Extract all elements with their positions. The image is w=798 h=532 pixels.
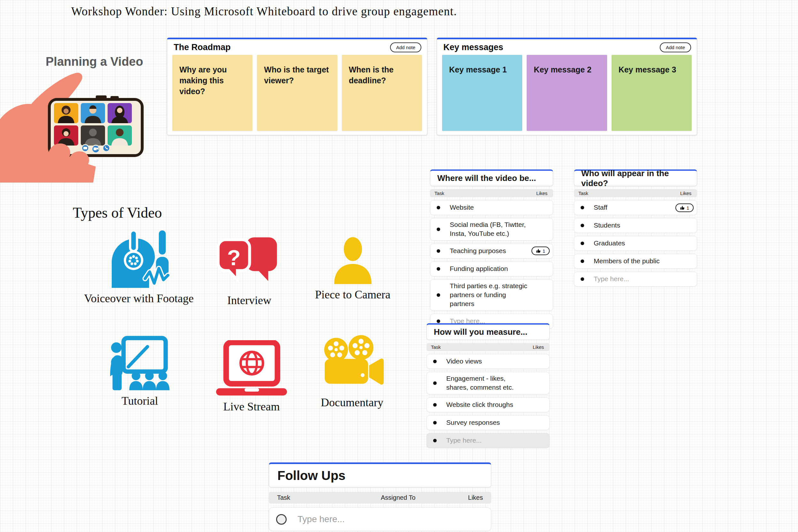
task-list-header: Task Likes: [426, 343, 550, 351]
types-of-video-label: Types of Video: [73, 204, 162, 221]
bullet-icon: [581, 242, 584, 245]
roadmap-panel[interactable]: The Roadmap Add note Why are you making …: [167, 38, 428, 135]
whiteboard-canvas[interactable]: Workshop Wonder: Using Microsoft Whitebo…: [0, 0, 798, 532]
roadmap-add-note-button[interactable]: Add note: [390, 42, 421, 52]
task-row[interactable]: Staff 1: [574, 200, 697, 215]
column-assigned-to: Assigned To: [381, 494, 461, 501]
like-button[interactable]: 1: [676, 203, 694, 212]
bullet-icon: [581, 277, 584, 281]
task-row[interactable]: Website: [430, 200, 553, 215]
bullet-icon: [581, 206, 584, 209]
person-bust-icon: [331, 236, 375, 284]
follow-ups-panel[interactable]: Follow Ups Task Assigned To Likes Type h…: [269, 462, 491, 531]
task-list-title: How will you measure...: [426, 323, 550, 340]
sticky-note[interactable]: Key message 1: [442, 55, 522, 131]
bullet-icon: [433, 439, 437, 442]
task-row[interactable]: Video views: [426, 354, 550, 369]
type-piece-to-camera[interactable]: Piece to Camera: [313, 236, 393, 301]
measure-task-list[interactable]: How will you measure... Task Likes Video…: [426, 323, 550, 448]
svg-text:?: ?: [227, 245, 240, 270]
type-tutorial[interactable]: Tutorial: [101, 335, 178, 407]
checkbox-circle-icon[interactable]: [276, 514, 287, 525]
task-input-row[interactable]: Type here...: [269, 508, 491, 531]
column-task: Task: [434, 191, 444, 196]
bullet-icon: [437, 228, 440, 231]
task-row[interactable]: Members of the public: [574, 254, 697, 269]
call-tile-6: [108, 126, 132, 146]
sticky-note[interactable]: Key message 2: [527, 55, 607, 131]
type-live-stream[interactable]: Live Stream: [207, 340, 296, 413]
bullet-icon: [581, 224, 584, 227]
sticky-note[interactable]: Key message 3: [612, 55, 692, 131]
who-appear-task-list[interactable]: Who will appear in the video? Task Likes…: [574, 169, 697, 287]
bullet-icon: [437, 206, 440, 209]
type-documentary[interactable]: Documentary: [309, 335, 395, 409]
bullet-icon: [437, 267, 440, 271]
column-likes: Likes: [536, 191, 547, 196]
presenter-board-icon: [108, 335, 171, 390]
bullet-icon: [437, 293, 440, 297]
task-list-title: Where will the video be...: [430, 169, 553, 186]
voiceover-icon: [106, 230, 172, 288]
where-video-task-list[interactable]: Where will the video be... Task Likes We…: [430, 169, 553, 329]
task-row[interactable]: Teaching purposes 1: [430, 244, 553, 259]
type-label: Live Stream: [207, 400, 296, 413]
key-messages-add-note-button[interactable]: Add note: [660, 42, 691, 52]
board-title: Workshop Wonder: Using Microsoft Whitebo…: [71, 4, 457, 18]
bullet-icon: [433, 381, 437, 385]
task-row[interactable]: Students: [574, 218, 697, 233]
column-task: Task: [431, 344, 441, 350]
bullet-icon: [433, 403, 437, 406]
call-tile-1: [54, 103, 78, 123]
call-tile-2: [81, 103, 105, 123]
call-tile-4: [54, 126, 78, 146]
follow-ups-title: Follow Ups: [269, 462, 491, 487]
call-controls-icons: [82, 145, 110, 153]
task-row[interactable]: Graduates: [574, 236, 697, 251]
column-likes: Likes: [533, 344, 544, 350]
follow-ups-header: Task Assigned To Likes: [269, 492, 491, 504]
column-task: Task: [277, 494, 381, 501]
type-label: Tutorial: [101, 394, 178, 407]
task-list-header: Task Likes: [574, 189, 697, 197]
sticky-note[interactable]: When is the deadline?: [342, 55, 422, 131]
hand-phone-illustration[interactable]: [0, 71, 150, 184]
task-row[interactable]: Funding application: [430, 261, 553, 277]
task-list-header: Task Likes: [430, 189, 553, 197]
sticky-note[interactable]: Why are you making this video?: [172, 55, 252, 131]
type-label: Interview: [213, 293, 286, 307]
sticky-note[interactable]: Who is the target viewer?: [257, 55, 337, 131]
like-button[interactable]: 1: [531, 247, 550, 255]
type-label: Piece to Camera: [313, 288, 393, 301]
column-likes: Likes: [461, 494, 483, 501]
key-messages-title: Key messages: [443, 42, 504, 52]
type-label: Documentary: [309, 396, 395, 409]
thumbs-up-icon: [680, 205, 685, 210]
film-camera-icon: [318, 335, 386, 392]
task-input-row[interactable]: Type here...: [574, 271, 697, 287]
thumbs-up-icon: [536, 249, 541, 253]
bullet-icon: [433, 360, 437, 363]
bullet-icon: [433, 421, 437, 424]
task-row[interactable]: Survey responses: [426, 415, 550, 430]
column-task: Task: [578, 191, 588, 196]
bullet-icon: [581, 260, 584, 263]
laptop-globe-icon: [214, 340, 289, 396]
video-call-phone-icon: [0, 71, 150, 183]
task-row[interactable]: Third parties e.g. strategic partners or…: [430, 279, 553, 311]
key-messages-panel[interactable]: Key messages Add note Key message 1 Key …: [437, 38, 697, 135]
type-label: Voiceover with Footage: [77, 292, 201, 305]
type-voiceover[interactable]: Voiceover with Footage: [77, 230, 201, 305]
question-bubbles-icon: ?: [216, 236, 283, 290]
task-input-row[interactable]: Type here...: [426, 433, 550, 448]
call-tile-3: [108, 103, 132, 123]
task-row[interactable]: Social media (FB, Tiwtter, Insta, YouTub…: [430, 218, 553, 241]
planning-a-video-label: Planning a Video: [46, 55, 143, 69]
task-row[interactable]: Engagement - likes, shares, commenst etc…: [426, 372, 550, 395]
call-tile-5: [81, 126, 105, 146]
type-interview[interactable]: ? Interview: [213, 236, 286, 307]
task-row[interactable]: Website click throughs: [426, 397, 550, 412]
bullet-icon: [437, 320, 440, 323]
roadmap-title: The Roadmap: [174, 42, 231, 52]
bullet-icon: [437, 249, 440, 253]
